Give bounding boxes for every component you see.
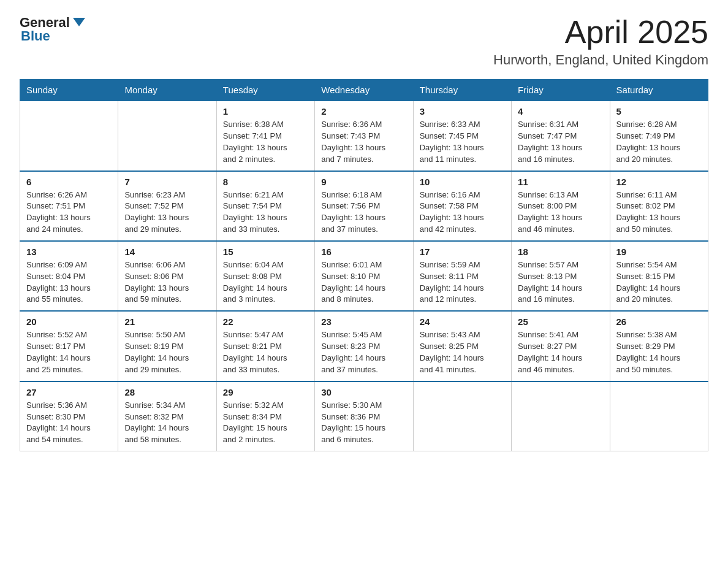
- day-info: Sunrise: 5:54 AM Sunset: 8:15 PM Dayligh…: [616, 259, 702, 305]
- day-info: Sunrise: 6:09 AM Sunset: 8:04 PM Dayligh…: [26, 259, 112, 305]
- calendar-header-row: SundayMondayTuesdayWednesdayThursdayFrid…: [20, 80, 708, 101]
- day-cell: 5Sunrise: 6:28 AM Sunset: 7:49 PM Daylig…: [610, 101, 708, 170]
- day-info: Sunrise: 5:45 AM Sunset: 8:23 PM Dayligh…: [321, 329, 406, 375]
- day-cell: 21Sunrise: 5:50 AM Sunset: 8:19 PM Dayli…: [118, 311, 216, 381]
- day-number: 8: [223, 177, 308, 187]
- day-cell: 12Sunrise: 6:11 AM Sunset: 8:02 PM Dayli…: [610, 171, 708, 241]
- day-number: 23: [321, 316, 406, 327]
- day-cell: 29Sunrise: 5:32 AM Sunset: 8:34 PM Dayli…: [216, 381, 314, 451]
- day-number: 13: [26, 247, 112, 257]
- day-number: 4: [518, 106, 603, 117]
- day-cell: 4Sunrise: 6:31 AM Sunset: 7:47 PM Daylig…: [512, 101, 610, 170]
- day-number: 15: [223, 247, 308, 257]
- column-header-monday: Monday: [118, 80, 216, 101]
- day-number: 7: [124, 177, 210, 187]
- day-cell: [118, 101, 216, 170]
- day-number: 5: [616, 106, 702, 117]
- logo-arrow-icon: [73, 18, 85, 26]
- day-cell: [413, 381, 511, 451]
- day-cell: 1Sunrise: 6:38 AM Sunset: 7:41 PM Daylig…: [216, 101, 314, 170]
- page-header: General Blue April 2025 Hurworth, Englan…: [20, 15, 708, 68]
- day-number: 16: [321, 247, 406, 257]
- day-cell: 13Sunrise: 6:09 AM Sunset: 8:04 PM Dayli…: [20, 241, 118, 311]
- day-cell: 19Sunrise: 5:54 AM Sunset: 8:15 PM Dayli…: [610, 241, 708, 311]
- day-info: Sunrise: 5:57 AM Sunset: 8:13 PM Dayligh…: [518, 259, 603, 305]
- day-number: 28: [124, 387, 210, 397]
- day-cell: 30Sunrise: 5:30 AM Sunset: 8:36 PM Dayli…: [315, 381, 413, 451]
- day-number: 10: [420, 177, 505, 187]
- day-number: 18: [518, 247, 603, 257]
- day-number: 20: [26, 316, 112, 327]
- day-number: 24: [420, 316, 505, 327]
- day-cell: 15Sunrise: 6:04 AM Sunset: 8:08 PM Dayli…: [216, 241, 314, 311]
- day-cell: 8Sunrise: 6:21 AM Sunset: 7:54 PM Daylig…: [216, 171, 314, 241]
- day-info: Sunrise: 6:04 AM Sunset: 8:08 PM Dayligh…: [223, 259, 308, 305]
- week-row-2: 6Sunrise: 6:26 AM Sunset: 7:51 PM Daylig…: [20, 171, 708, 241]
- day-number: 9: [321, 177, 406, 187]
- day-cell: 28Sunrise: 5:34 AM Sunset: 8:32 PM Dayli…: [118, 381, 216, 451]
- day-info: Sunrise: 6:18 AM Sunset: 7:56 PM Dayligh…: [321, 190, 406, 236]
- day-number: 29: [223, 387, 308, 397]
- day-cell: 27Sunrise: 5:36 AM Sunset: 8:30 PM Dayli…: [20, 381, 118, 451]
- logo: General Blue: [20, 15, 85, 44]
- day-cell: 16Sunrise: 6:01 AM Sunset: 8:10 PM Dayli…: [315, 241, 413, 311]
- day-number: 17: [420, 247, 505, 257]
- day-number: 1: [223, 106, 308, 117]
- column-header-friday: Friday: [512, 80, 610, 101]
- day-number: 11: [518, 177, 603, 187]
- day-cell: 26Sunrise: 5:38 AM Sunset: 8:29 PM Dayli…: [610, 311, 708, 381]
- day-cell: 2Sunrise: 6:36 AM Sunset: 7:43 PM Daylig…: [315, 101, 413, 170]
- day-info: Sunrise: 6:38 AM Sunset: 7:41 PM Dayligh…: [223, 119, 308, 165]
- day-info: Sunrise: 5:59 AM Sunset: 8:11 PM Dayligh…: [420, 259, 505, 305]
- day-info: Sunrise: 6:06 AM Sunset: 8:06 PM Dayligh…: [124, 259, 210, 305]
- week-row-5: 27Sunrise: 5:36 AM Sunset: 8:30 PM Dayli…: [20, 381, 708, 451]
- column-header-tuesday: Tuesday: [216, 80, 314, 101]
- day-cell: 23Sunrise: 5:45 AM Sunset: 8:23 PM Dayli…: [315, 311, 413, 381]
- day-info: Sunrise: 6:23 AM Sunset: 7:52 PM Dayligh…: [124, 190, 210, 236]
- week-row-1: 1Sunrise: 6:38 AM Sunset: 7:41 PM Daylig…: [20, 101, 708, 170]
- day-number: 14: [124, 247, 210, 257]
- page-title: April 2025: [493, 15, 708, 50]
- day-cell: 18Sunrise: 5:57 AM Sunset: 8:13 PM Dayli…: [512, 241, 610, 311]
- day-number: 25: [518, 316, 603, 327]
- day-info: Sunrise: 6:16 AM Sunset: 7:58 PM Dayligh…: [420, 190, 505, 236]
- column-header-thursday: Thursday: [413, 80, 511, 101]
- day-info: Sunrise: 5:47 AM Sunset: 8:21 PM Dayligh…: [223, 329, 308, 375]
- day-cell: 11Sunrise: 6:13 AM Sunset: 8:00 PM Dayli…: [512, 171, 610, 241]
- day-number: 2: [321, 106, 406, 117]
- day-number: 6: [26, 177, 112, 187]
- page-subtitle: Hurworth, England, United Kingdom: [493, 52, 708, 68]
- week-row-4: 20Sunrise: 5:52 AM Sunset: 8:17 PM Dayli…: [20, 311, 708, 381]
- day-info: Sunrise: 5:30 AM Sunset: 8:36 PM Dayligh…: [321, 400, 406, 446]
- column-header-saturday: Saturday: [610, 80, 708, 101]
- day-cell: 10Sunrise: 6:16 AM Sunset: 7:58 PM Dayli…: [413, 171, 511, 241]
- day-info: Sunrise: 5:43 AM Sunset: 8:25 PM Dayligh…: [420, 329, 505, 375]
- day-cell: 25Sunrise: 5:41 AM Sunset: 8:27 PM Dayli…: [512, 311, 610, 381]
- day-cell: 6Sunrise: 6:26 AM Sunset: 7:51 PM Daylig…: [20, 171, 118, 241]
- column-header-sunday: Sunday: [20, 80, 118, 101]
- day-cell: [610, 381, 708, 451]
- day-number: 3: [420, 106, 505, 117]
- day-info: Sunrise: 6:13 AM Sunset: 8:00 PM Dayligh…: [518, 190, 603, 236]
- day-info: Sunrise: 5:50 AM Sunset: 8:19 PM Dayligh…: [124, 329, 210, 375]
- column-header-wednesday: Wednesday: [315, 80, 413, 101]
- day-cell: 9Sunrise: 6:18 AM Sunset: 7:56 PM Daylig…: [315, 171, 413, 241]
- day-info: Sunrise: 5:38 AM Sunset: 8:29 PM Dayligh…: [616, 329, 702, 375]
- day-info: Sunrise: 5:41 AM Sunset: 8:27 PM Dayligh…: [518, 329, 603, 375]
- day-info: Sunrise: 6:11 AM Sunset: 8:02 PM Dayligh…: [616, 190, 702, 236]
- day-info: Sunrise: 6:31 AM Sunset: 7:47 PM Dayligh…: [518, 119, 603, 165]
- calendar-table: SundayMondayTuesdayWednesdayThursdayFrid…: [20, 79, 708, 451]
- day-cell: [20, 101, 118, 170]
- day-cell: 14Sunrise: 6:06 AM Sunset: 8:06 PM Dayli…: [118, 241, 216, 311]
- day-info: Sunrise: 5:52 AM Sunset: 8:17 PM Dayligh…: [26, 329, 112, 375]
- day-info: Sunrise: 5:36 AM Sunset: 8:30 PM Dayligh…: [26, 400, 112, 446]
- day-number: 30: [321, 387, 406, 397]
- day-info: Sunrise: 6:36 AM Sunset: 7:43 PM Dayligh…: [321, 119, 406, 165]
- day-info: Sunrise: 6:33 AM Sunset: 7:45 PM Dayligh…: [420, 119, 505, 165]
- day-cell: 3Sunrise: 6:33 AM Sunset: 7:45 PM Daylig…: [413, 101, 511, 170]
- day-cell: 24Sunrise: 5:43 AM Sunset: 8:25 PM Dayli…: [413, 311, 511, 381]
- day-info: Sunrise: 5:32 AM Sunset: 8:34 PM Dayligh…: [223, 400, 308, 446]
- day-info: Sunrise: 6:01 AM Sunset: 8:10 PM Dayligh…: [321, 259, 406, 305]
- day-cell: 20Sunrise: 5:52 AM Sunset: 8:17 PM Dayli…: [20, 311, 118, 381]
- day-info: Sunrise: 6:28 AM Sunset: 7:49 PM Dayligh…: [616, 119, 702, 165]
